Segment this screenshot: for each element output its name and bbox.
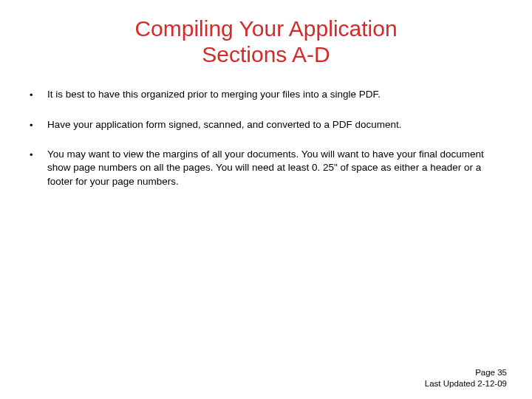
bullet-text: You may want to view the margins of all … [47,148,502,188]
bullet-icon: • [30,148,47,162]
bullet-text: Have your application form signed, scann… [47,118,502,132]
bullet-text: It is best to have this organized prior … [47,88,502,101]
slide: Compiling Your Application Sections A-D … [0,0,532,399]
last-updated: Last Updated 2-12-09 [425,378,507,389]
page-number: Page 35 [425,367,507,378]
list-item: • Have your application form signed, sca… [30,118,502,132]
title-line-2: Sections A-D [202,42,330,66]
list-item: • It is best to have this organized prio… [30,88,502,102]
footer: Page 35 Last Updated 2-12-09 [425,367,507,389]
bullet-icon: • [30,88,47,102]
bullet-icon: • [30,118,47,132]
slide-title: Compiling Your Application Sections A-D [30,16,502,67]
list-item: • You may want to view the margins of al… [30,148,502,188]
title-line-1: Compiling Your Application [134,16,397,41]
bullet-list: • It is best to have this organized prio… [30,88,502,188]
